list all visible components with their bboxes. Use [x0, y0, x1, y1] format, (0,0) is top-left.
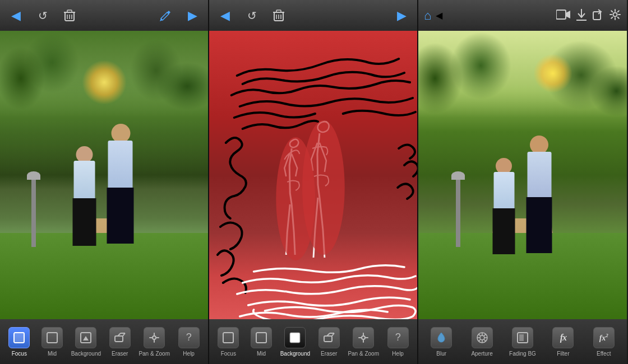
- effect-icon: fx2: [593, 327, 615, 348]
- fading-bg-icon: [512, 327, 533, 348]
- right-toolbar-top: ⌂ ◀: [418, 0, 627, 31]
- left-toolbar-top: ◀ ↺ ▶: [0, 0, 208, 31]
- svg-rect-22: [223, 333, 233, 343]
- eraser-icon-left: [109, 327, 131, 348]
- right-tool-filter[interactable]: fx Filter: [549, 327, 577, 357]
- center-forward-button[interactable]: ▶: [391, 6, 412, 26]
- focus-label: Focus: [12, 351, 27, 357]
- eraser-icon-center: [318, 327, 340, 348]
- right-back-button[interactable]: ◀: [436, 10, 442, 21]
- mid-icon: [41, 327, 63, 348]
- left-pen-button[interactable]: [155, 6, 176, 26]
- center-tool-focus[interactable]: Focus: [214, 327, 242, 357]
- blur-icon: [431, 327, 452, 348]
- left-toolbar-bottom: Focus Mid Background: [0, 319, 208, 364]
- center-back-button[interactable]: ◀: [215, 6, 235, 26]
- svg-line-44: [484, 334, 486, 335]
- pan-zoom-icon-center: [353, 327, 374, 348]
- filter-icon: fx: [552, 327, 574, 348]
- eraser-label-left: Eraser: [112, 351, 128, 357]
- center-toolbar-bottom: Focus Mid Background: [209, 319, 417, 364]
- help-label-left: Help: [183, 351, 195, 357]
- right-tool-effect[interactable]: fx2 Effect: [590, 327, 618, 357]
- right-tool-aperture[interactable]: Aperture: [468, 327, 496, 357]
- share-button[interactable]: [592, 8, 604, 23]
- left-forward-button[interactable]: ▶: [182, 6, 202, 26]
- center-tool-mid[interactable]: Mid: [247, 327, 275, 357]
- help-label-center: Help: [392, 351, 404, 357]
- left-tool-eraser[interactable]: Eraser: [106, 327, 134, 357]
- figure-short: [72, 146, 97, 247]
- focus-label-center: Focus: [221, 351, 236, 357]
- mid-icon-center: [251, 327, 272, 348]
- right-panel: ⌂ ◀: [418, 0, 627, 364]
- center-delete-button[interactable]: [269, 6, 289, 26]
- svg-line-43: [484, 339, 486, 341]
- background-icon-center: [284, 327, 306, 348]
- right-tool-fading-bg[interactable]: Fading BG: [509, 327, 537, 357]
- fading-bg-label: Fading BG: [509, 351, 536, 357]
- right-image-area: [418, 31, 627, 319]
- background-label-center: Background: [280, 351, 310, 357]
- svg-rect-25: [324, 336, 332, 342]
- left-image-area: [0, 31, 208, 319]
- left-undo-button[interactable]: ↺: [33, 6, 53, 26]
- svg-rect-9: [115, 336, 123, 342]
- aperture-label: Aperture: [471, 351, 492, 357]
- left-back-button[interactable]: ◀: [6, 6, 26, 26]
- pan-zoom-label-left: Pan & Zoom: [138, 351, 170, 357]
- svg-point-21: [302, 120, 345, 255]
- pan-zoom-icon-left: [144, 327, 165, 348]
- svg-line-42: [478, 334, 480, 335]
- svg-rect-47: [519, 334, 524, 341]
- svg-rect-24: [290, 333, 300, 343]
- right-toolbar-bottom: Blur Aperture: [418, 319, 627, 364]
- blur-label: Blur: [436, 351, 446, 357]
- center-toolbar-top: ◀ ↺ ▶: [209, 0, 417, 31]
- focus-icon-center: [218, 327, 239, 348]
- right-tool-blur[interactable]: Blur: [427, 327, 455, 357]
- svg-rect-30: [556, 10, 566, 19]
- svg-rect-19: [276, 10, 281, 12]
- svg-point-29: [362, 336, 365, 339]
- left-tool-pan-zoom[interactable]: Pan & Zoom: [138, 327, 170, 357]
- video-button[interactable]: [556, 9, 571, 22]
- mid-label: Mid: [48, 351, 57, 357]
- left-panel: ◀ ↺ ▶: [0, 0, 209, 364]
- aperture-icon: [472, 327, 493, 348]
- svg-line-45: [478, 339, 480, 341]
- mid-label-center: Mid: [257, 351, 266, 357]
- svg-point-37: [480, 335, 484, 340]
- center-image-area: [209, 31, 417, 319]
- svg-rect-5: [67, 10, 72, 12]
- center-tool-pan-zoom[interactable]: Pan & Zoom: [348, 327, 379, 357]
- filter-label: Filter: [557, 351, 569, 357]
- left-tool-focus[interactable]: Focus: [5, 327, 33, 357]
- center-tool-background[interactable]: Background: [280, 327, 310, 357]
- help-icon-left: ?: [178, 327, 200, 348]
- svg-rect-7: [47, 333, 57, 343]
- center-tool-help[interactable]: ? Help: [384, 327, 412, 357]
- help-icon-center: ?: [387, 327, 409, 348]
- download-button[interactable]: [575, 8, 588, 24]
- left-tool-background[interactable]: Background: [71, 327, 101, 357]
- center-panel: ◀ ↺ ▶: [209, 0, 418, 364]
- left-tool-help[interactable]: ? Help: [175, 327, 203, 357]
- left-delete-button[interactable]: [59, 6, 80, 26]
- svg-point-13: [153, 336, 156, 339]
- svg-point-20: [276, 137, 315, 260]
- svg-rect-6: [14, 333, 24, 343]
- center-tool-eraser[interactable]: Eraser: [315, 327, 343, 357]
- focus-icon: [8, 327, 30, 348]
- svg-point-35: [613, 12, 617, 16]
- eraser-label-center: Eraser: [321, 351, 337, 357]
- center-undo-button[interactable]: ↺: [242, 6, 262, 26]
- home-button[interactable]: ⌂: [424, 8, 431, 23]
- settings-button[interactable]: [609, 8, 621, 23]
- left-tool-mid[interactable]: Mid: [38, 327, 66, 357]
- background-icon-left: [75, 327, 96, 348]
- figure-tall: [105, 124, 136, 247]
- pan-zoom-label-center: Pan & Zoom: [348, 351, 379, 357]
- effect-label: Effect: [597, 351, 611, 357]
- background-label-left: Background: [71, 351, 101, 357]
